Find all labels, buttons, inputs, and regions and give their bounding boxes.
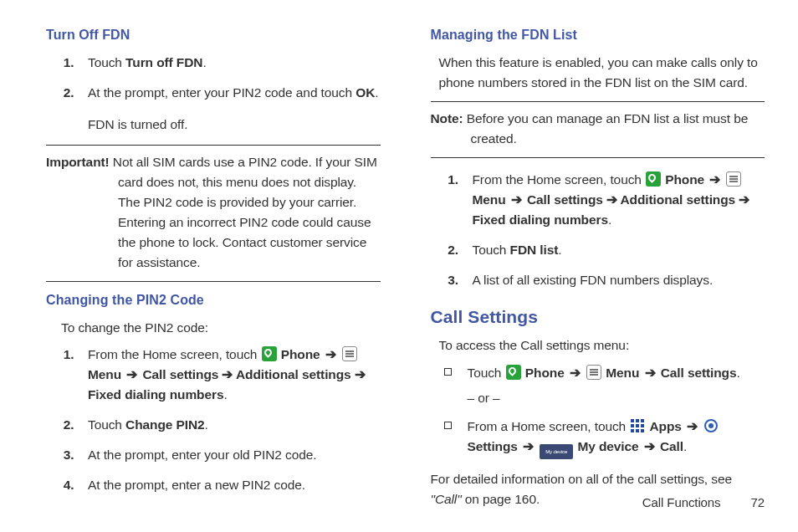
right-column: Managing the FDN List When this feature … xyxy=(431,25,765,509)
menu-icon xyxy=(586,365,601,380)
note-callout: Note: Before you can manage an FDN list … xyxy=(431,109,765,149)
heading-turn-off-fdn: Turn Off FDN xyxy=(46,25,381,46)
intro-text: To access the Call settings menu: xyxy=(439,335,765,356)
left-column: Turn Off FDN Touch Turn off FDN. At the … xyxy=(46,25,381,509)
page-footer: Call Functions72 xyxy=(642,493,765,512)
bold: Turn off FDN xyxy=(125,55,202,69)
rule xyxy=(431,157,765,158)
steps-manage-fdn: From the Home screen, touch Phone ➔ Menu… xyxy=(431,170,765,290)
bold: Phone xyxy=(525,366,565,380)
arrow-icon: ➔ xyxy=(642,439,657,453)
text: . xyxy=(202,55,206,69)
callout-text: Note: Before you can manage an FDN list … xyxy=(431,109,765,149)
arrow-icon: ➔ xyxy=(708,172,722,187)
heading-change-pin2: Changing the PIN2 Code xyxy=(46,290,381,311)
phone-icon xyxy=(262,346,277,361)
step: At the prompt, enter your PIN2 code and … xyxy=(84,83,381,135)
bullet: From a Home screen, touch Apps ➔ Setting… xyxy=(444,417,765,459)
steps-change-pin2: From the Home screen, touch Phone ➔ Menu… xyxy=(46,345,381,495)
bold: My device xyxy=(577,439,638,453)
text: Touch xyxy=(88,55,125,69)
bold: Change PIN2 xyxy=(125,417,205,432)
arrow-icon: ➔ xyxy=(125,367,139,381)
arrow-icon: ➔ xyxy=(324,347,338,361)
text: Touch xyxy=(88,417,125,432)
step: At the prompt, enter a new PIN2 code. xyxy=(84,475,381,495)
phone-icon xyxy=(646,171,661,187)
arrow-icon: ➔ xyxy=(509,192,524,207)
text: on page 160. xyxy=(462,492,540,506)
step: At the prompt, enter your old PIN2 code. xyxy=(84,445,381,465)
callout-text: Important! Not all SIM cards use a PIN2 … xyxy=(46,152,381,273)
callout-label: Note: xyxy=(431,111,467,125)
bullet: Touch Phone ➔ Menu ➔ Call settings. – or… xyxy=(444,363,765,408)
text: . xyxy=(375,85,378,100)
text: . xyxy=(608,212,611,227)
step: Touch Turn off FDN. xyxy=(84,53,381,73)
callout-body: Not all SIM cards use a PIN2 code. If yo… xyxy=(113,155,377,269)
arrow-icon: ➔ xyxy=(643,366,657,380)
arrow-icon: ➔ xyxy=(568,366,582,380)
text: . xyxy=(737,366,740,380)
text: Touch xyxy=(468,366,505,380)
intro-text: When this feature is enabled, you can ma… xyxy=(439,53,765,93)
step-result: FDN is turned off. xyxy=(88,115,381,135)
bold: FDN list xyxy=(510,243,559,257)
rule xyxy=(46,145,381,146)
or-text: – or – xyxy=(468,388,765,408)
heading-call-settings: Call Settings xyxy=(431,304,765,331)
text: From the Home screen, touch xyxy=(88,347,261,361)
text: . xyxy=(683,439,687,453)
reference: "Call" xyxy=(431,492,462,506)
important-callout: Important! Not all SIM cards use a PIN2 … xyxy=(46,152,381,273)
bold: Call xyxy=(660,439,683,453)
text: At the prompt, enter your PIN2 code and … xyxy=(88,85,356,100)
menu-icon xyxy=(342,346,357,361)
bold: Call settings xyxy=(657,366,736,380)
arrow-icon: ➔ xyxy=(685,419,699,433)
bold: Apps xyxy=(650,419,682,433)
arrow-icon: ➔ xyxy=(521,439,535,453)
callout-label: Important! xyxy=(46,155,113,169)
step: A list of all existing FDN numbers displ… xyxy=(469,270,765,290)
apps-icon xyxy=(630,418,645,433)
bold: Phone xyxy=(665,172,704,187)
bold: Settings xyxy=(468,439,518,453)
my-device-icon xyxy=(540,444,573,459)
bold: Menu xyxy=(88,367,121,381)
bold: Menu xyxy=(606,366,639,380)
rule xyxy=(46,281,381,282)
text: . xyxy=(558,243,561,257)
rule xyxy=(431,101,765,102)
bold: OK xyxy=(356,85,375,100)
page-body: Turn Off FDN Touch Turn off FDN. At the … xyxy=(0,0,798,509)
step: From the Home screen, touch Phone ➔ Menu… xyxy=(84,345,381,405)
gear-icon xyxy=(703,418,719,433)
step: From the Home screen, touch Phone ➔ Menu… xyxy=(469,170,765,230)
text: For detailed information on all of the c… xyxy=(431,472,732,486)
intro-text: To change the PIN2 code: xyxy=(61,318,381,338)
text: Touch xyxy=(473,243,510,257)
step: Touch FDN list. xyxy=(469,240,765,260)
text: From a Home screen, touch xyxy=(468,419,630,433)
step: Touch Change PIN2. xyxy=(84,415,381,435)
bold: Menu xyxy=(473,192,506,207)
bullets-call-settings: Touch Phone ➔ Menu ➔ Call settings. – or… xyxy=(444,363,765,459)
text: . xyxy=(205,417,208,432)
menu-icon xyxy=(726,171,741,187)
text: From the Home screen, touch xyxy=(473,172,646,187)
footer-section: Call Functions xyxy=(642,495,721,509)
bold: Phone xyxy=(281,347,320,361)
callout-body: Before you can manage an FDN list a list… xyxy=(467,111,748,146)
footer-page: 72 xyxy=(751,495,765,509)
heading-managing-fdn: Managing the FDN List xyxy=(431,25,765,46)
phone-icon xyxy=(506,365,521,380)
text: . xyxy=(223,387,227,402)
steps-turn-off-fdn: Touch Turn off FDN. At the prompt, enter… xyxy=(46,53,381,135)
